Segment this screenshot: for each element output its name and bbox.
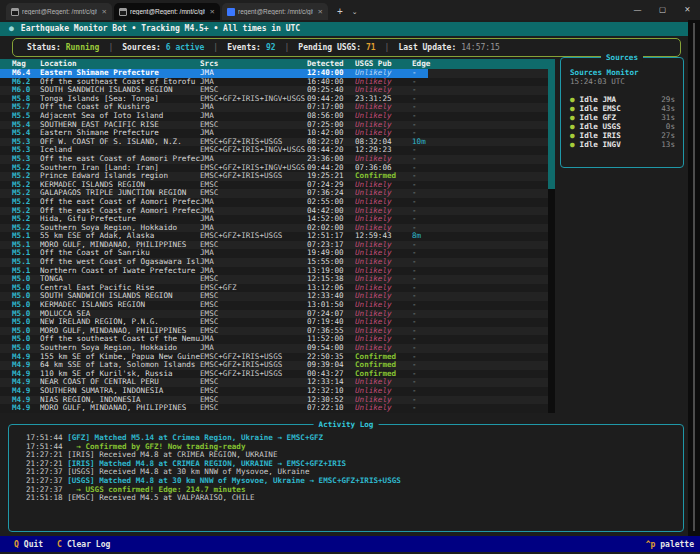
table-row[interactable]: M5.0Off the southeast Coast of the NemuJ… (0, 335, 548, 344)
maximize-button[interactable]: ▢ (650, 0, 675, 20)
status-value: 14:57:15 (461, 43, 500, 52)
cell-srcs: EMSC (200, 181, 307, 190)
footer-key-clear-log[interactable]: CClear Log (57, 540, 110, 549)
terminal-scrollbar-thumb[interactable] (693, 23, 695, 531)
column-header-srcs[interactable]: Srcs (200, 59, 307, 69)
table-row[interactable]: M4.9MORO GULF, MINDANAO, PHILIPPINESEMSC… (0, 404, 548, 413)
minimize-button[interactable]: — (625, 0, 650, 20)
cell-detected: 07:36:24 (307, 189, 355, 198)
cell-mag: M5.2 (0, 215, 40, 224)
tab-2[interactable]: regent@Regent: /mnt/c/gith..✕ (114, 3, 220, 20)
tab-1[interactable]: regent@Regent: /mnt/c/githul✕ (6, 3, 112, 20)
tab-close-icon[interactable]: ✕ (208, 8, 215, 16)
cell-usgs-pub: Unlikely (355, 155, 412, 164)
cell-edge: - (412, 121, 452, 130)
table-row[interactable]: M5.4Eastern Shimane PrefectureJMA10:42:0… (0, 129, 548, 138)
table-row[interactable]: M6.0SOUTH SANDWICH ISLANDS REGIONEMSC09:… (0, 86, 548, 95)
cell-edge: - (412, 78, 452, 87)
column-header-usgs-pub[interactable]: USGS Pub (355, 59, 412, 69)
footer-key-quit[interactable]: QQuit (14, 540, 43, 549)
cell-edge: - (412, 292, 452, 301)
tab-close-icon[interactable]: ✕ (316, 8, 323, 16)
table-row[interactable]: M5.5Adjacent Sea of Ioto IslandJMA08:56:… (0, 112, 548, 121)
table-row[interactable]: M4.9NIAS REGION, INDONESIAEMSC12:30:52Un… (0, 396, 548, 405)
cell-usgs-pub: Unlikely (355, 335, 412, 344)
footer-palette-shortcut[interactable]: ^ppalette (646, 540, 694, 549)
column-header-location[interactable]: Location (40, 59, 200, 69)
table-row[interactable]: M5.2Southern Soya Region, HokkaidoJMA02:… (0, 224, 548, 233)
table-row[interactable]: M4.9155 km SE of Kimbe, Papua New GuineE… (0, 353, 548, 362)
table-row[interactable]: M5.0Southern Soya Region, HokkaidoJMA09:… (0, 344, 548, 353)
table-row[interactable]: M5.2Off the east Coast of Aomori PrefecJ… (0, 207, 548, 216)
table-row[interactable]: M5.0TONGAEMSC12:15:38Unlikely- (0, 275, 548, 284)
status-item-pendingusgs: Pending USGS:71 (298, 43, 375, 52)
table-row[interactable]: M5.1MORO GULF, MINDANAO, PHILIPPINESEMSC… (0, 241, 548, 250)
table-row[interactable]: M5.0NEW IRELAND REGION, P.N.G.EMSC07:19:… (0, 318, 548, 327)
new-tab-button[interactable]: + (337, 6, 343, 17)
table-row[interactable]: M4.964 km SSE of Lata, Solomon IslandsEM… (0, 361, 548, 370)
column-header-mag[interactable]: Mag (0, 59, 40, 69)
cell-edge: - (412, 310, 452, 319)
source-status-name: Idle IRIS (580, 131, 621, 140)
cell-detected: 04:42:00 (307, 207, 355, 216)
table-row[interactable]: M4.9110 km SE of Kuril'sk, RussiaEMSC+GF… (0, 370, 548, 379)
cell-location: MORO GULF, MINDANAO, PHILIPPINES (40, 327, 200, 336)
table-row[interactable]: M5.1Off the Coast of SanrikuJMA19:49:00U… (0, 249, 548, 258)
tab-3[interactable]: regent@Regent: /mnt/c/githul✕ (222, 3, 328, 20)
table-row[interactable]: M5.2Hida, Gifu PrefectureJMA14:52:00Unli… (0, 215, 548, 224)
cell-srcs: EMSC+GFZ+IRIS+USGS (200, 138, 307, 147)
table-row[interactable]: M5.155 km ESE of Adak, AlaskaEMSC+GFZ+IR… (0, 232, 548, 241)
cell-usgs-pub: Unlikely (355, 275, 412, 284)
table-row[interactable]: M5.3OFF W. COAST OF S. ISLAND, N.Z.EMSC+… (0, 138, 548, 147)
cell-detected: 10:42:00 (307, 129, 355, 138)
table-row[interactable]: M5.2KERMADEC ISLANDS REGIONEMSC07:24:29U… (0, 181, 548, 190)
cell-srcs: EMSC (200, 378, 307, 387)
cell-edge: - (412, 112, 452, 121)
column-header-detected[interactable]: Detected (307, 59, 355, 69)
table-row[interactable]: M6.2Off the southeast Coast of EtorofuJM… (0, 78, 548, 87)
table-row[interactable]: M5.7Off the Coast of KushiroJMA07:17:00U… (0, 103, 548, 112)
cell-mag: M5.0 (0, 284, 40, 293)
table-row[interactable]: M5.8Tonga Islands [Sea: Tonga]EMSC+GFZ+I… (0, 95, 548, 104)
cell-edge: - (412, 86, 452, 95)
cell-location: Southern Soya Region, Hokkaido (40, 224, 200, 233)
cell-edge: - (412, 198, 452, 207)
tab-close-icon[interactable]: ✕ (100, 8, 107, 16)
cell-srcs: EMSC (200, 301, 307, 310)
cell-srcs: JMA (200, 78, 307, 87)
table-row[interactable]: M5.2GALAPAGOS TRIPLE JUNCTION REGIONEMSC… (0, 189, 548, 198)
table-row[interactable]: M5.2Southern Iran [Land: Iran]EMSC+GFZ+I… (0, 164, 548, 173)
table-row[interactable]: M4.9NEAR COAST OF CENTRAL PERUEMSC12:33:… (0, 378, 548, 387)
table-row[interactable]: M5.2Prince Edward Islands regionEMSC+GFZ… (0, 172, 548, 181)
column-header-edge[interactable]: Edge (412, 59, 452, 69)
close-button[interactable]: ✕ (675, 0, 700, 20)
table-row[interactable]: M5.3IcelandEMSC+GFZ+IRIS+INGV+USGS09:44:… (0, 146, 548, 155)
cell-edge: - (412, 361, 452, 370)
cell-mag: M5.0 (0, 301, 40, 310)
table-row[interactable]: M5.1Northern Coast of Iwate PrefectureJM… (0, 267, 548, 276)
table-row[interactable]: M6.4Eastern Shimane PrefectureJMA12:40:0… (0, 69, 548, 78)
table-row[interactable]: M5.3Off the east Coast of Aomori PrefecJ… (0, 155, 548, 164)
table-row[interactable]: M4.9SOUTHERN SUMATRA, INDONESIAEMSC12:32… (0, 387, 548, 396)
cell-detected: 22:50:35 (307, 353, 355, 362)
table-scrollbar[interactable] (548, 59, 555, 413)
table-row[interactable]: M5.0MORO GULF, MINDANAO, PHILIPPINESEMSC… (0, 327, 548, 336)
log-timestamp: 21:27:37 (26, 486, 67, 494)
tab-dropdown-button[interactable]: ⌄ (352, 8, 358, 16)
tab-label: regent@Regent: /mnt/c/gith.. (130, 8, 205, 15)
table-scrollbar-thumb[interactable] (548, 59, 555, 189)
sources-list: ●Idle JMA29s●Idle EMSC43s●Idle GFZ31s●Id… (570, 95, 675, 149)
table-row[interactable]: M5.0SOUTH SANDWICH ISLANDS REGIONEMSC12:… (0, 292, 548, 301)
table-row[interactable]: M5.0Central East Pacific RiseEMSC+GFZ13:… (0, 284, 548, 293)
table-row[interactable]: M5.4SOUTHERN EAST PACIFIC RISEEMSC07:25:… (0, 121, 548, 130)
status-label: Sources: (122, 43, 161, 52)
terminal-scrollbar[interactable] (688, 20, 700, 536)
cell-edge: - (412, 396, 452, 405)
table-row[interactable]: M5.1Off the west Coast of Ogasawara IslJ… (0, 258, 548, 267)
cell-edge: - (412, 301, 452, 310)
source-item-emsc: ●Idle EMSC43s (570, 104, 675, 113)
table-row[interactable]: M5.0MOLUCCA SEAEMSC07:24:07Unlikely- (0, 310, 548, 319)
cell-location: Hida, Gifu Prefecture (40, 215, 200, 224)
table-row[interactable]: M5.2Off the east Coast of Aomori PrefecJ… (0, 198, 548, 207)
table-row[interactable]: M5.0KERMADEC ISLANDS REGIONEMSC13:01:50U… (0, 301, 548, 310)
